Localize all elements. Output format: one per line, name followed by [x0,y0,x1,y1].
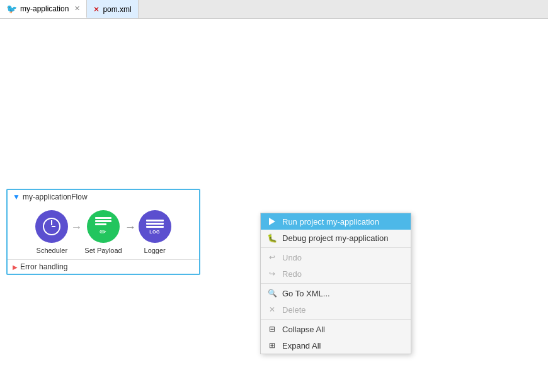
menu-item-debug-project[interactable]: 🐛 Debug project my-application [261,230,411,246]
debug-icon: 🐛 [267,233,277,243]
tab-my-application[interactable]: 🐦 my-application ✕ [0,0,87,18]
logger-icon-circle: LOG [139,210,171,243]
menu-label-expand-all: Expand All [282,341,321,350]
arrow-payload-to-logger: → [125,221,136,234]
menu-item-redo: ↪ Redo [261,266,411,282]
tab-pom-xml[interactable]: ✕ pom.xml [87,0,138,18]
tab-label-my-application: my-application [20,4,69,13]
set-payload-label: Set Payload [84,247,122,254]
run-icon [267,216,277,227]
error-handling-label: Error handling [20,262,67,271]
expand-icon: ⊞ [267,340,277,350]
clock-icon [35,210,68,243]
tab-label-pom-xml: pom.xml [103,5,131,14]
flow-header: ▼ my-applicationFlow [8,190,199,204]
logger-node[interactable]: LOG Logger [139,210,171,254]
set-payload-icon-circle: ✏ [87,210,120,243]
undo-icon: ↩ [267,252,277,262]
menu-item-expand-all[interactable]: ⊞ Expand All [261,337,411,354]
error-expand-arrow: ▶ [13,264,18,271]
menu-item-delete: ✕ Delete [261,301,411,318]
flow-collapse-arrow[interactable]: ▼ [13,193,20,201]
log-icon: LOG [142,216,168,238]
menu-label-debug-project: Debug project my-application [282,233,388,243]
context-menu: Run project my-application 🐛 Debug proje… [260,213,411,354]
mule-icon: 🐦 [6,4,17,14]
flow-body: Scheduler → ✏ Set Payload → [8,204,199,259]
delete-icon: ✕ [267,305,277,315]
menu-item-collapse-all[interactable]: ⊟ Collapse All [261,321,411,337]
menu-separator-1 [261,247,411,248]
scheduler-icon-circle [35,210,68,243]
error-handling[interactable]: ▶ Error handling [8,259,199,274]
scheduler-node[interactable]: Scheduler [35,210,68,254]
logger-label: Logger [144,247,166,254]
xml-file-icon: ✕ [93,5,100,14]
menu-label-redo: Redo [282,269,302,279]
menu-separator-2 [261,283,411,284]
menu-item-undo: ↩ Undo [261,249,411,266]
menu-item-run-project[interactable]: Run project my-application [261,213,411,230]
menu-label-collapse-all: Collapse All [282,325,325,334]
payload-icon: ✏ [91,213,115,240]
menu-separator-3 [261,319,411,320]
flow-container: ▼ my-applicationFlow Scheduler → [6,189,200,275]
flow-title: my-applicationFlow [23,193,88,201]
redo-icon: ↪ [267,269,277,279]
menu-label-go-to-xml: Go To XML... [282,289,330,298]
collapse-icon: ⊟ [267,324,277,334]
menu-label-undo: Undo [282,253,302,262]
canvas: ▼ my-applicationFlow Scheduler → [0,19,548,392]
menu-label-delete: Delete [282,305,306,315]
menu-item-go-to-xml[interactable]: 🔍 Go To XML... [261,285,411,301]
set-payload-node[interactable]: ✏ Set Payload [84,210,122,254]
tab-bar: 🐦 my-application ✕ ✕ pom.xml [0,0,548,19]
xml-search-icon: 🔍 [267,288,277,298]
arrow-scheduler-to-payload: → [71,221,82,234]
menu-label-run-project: Run project my-application [282,217,379,227]
tab-close-my-application[interactable]: ✕ [74,4,80,13]
scheduler-label: Scheduler [37,247,68,254]
